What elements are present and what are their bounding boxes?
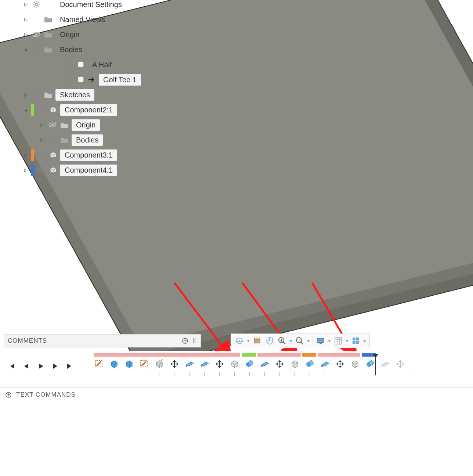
visibility-visible-icon[interactable] [47, 136, 58, 144]
tree-item-label[interactable]: Component3:1 [60, 149, 117, 161]
display-button[interactable] [315, 335, 326, 346]
visibility-visible-icon[interactable] [36, 106, 46, 113]
tree-item-label[interactable]: Bodies [55, 44, 87, 55]
expand-collapse-arrow[interactable]: ▷ [39, 122, 45, 128]
timeline-strip [362, 353, 376, 357]
folder-dim-icon [60, 121, 69, 129]
timeline-feature-plane[interactable] [259, 358, 270, 369]
tree-row[interactable]: ◢Bodies [20, 43, 174, 57]
tree-row[interactable]: ▷Sketches [20, 88, 174, 102]
tree-row[interactable]: ▷Bodies [20, 133, 174, 147]
timeline-feature-plane[interactable] [199, 358, 210, 369]
timeline-feature-component[interactable] [289, 358, 300, 369]
tree-row[interactable]: A Half [20, 58, 174, 72]
timeline-playhead[interactable] [375, 357, 376, 375]
visibility-visible-icon[interactable] [31, 91, 41, 98]
tree-row[interactable]: ▷Origin [20, 28, 174, 42]
timeline-feature-move-dim[interactable] [395, 358, 406, 369]
expand-collapse-arrow[interactable]: ▷ [22, 31, 29, 38]
timeline-feature-move[interactable] [169, 358, 180, 369]
tree-item-label[interactable]: Origin [55, 29, 84, 40]
svg-point-40 [296, 338, 302, 343]
playback-step-fwd-button[interactable] [51, 361, 60, 371]
look-at-button[interactable] [252, 335, 263, 346]
tree-item-label[interactable]: Bodies [72, 134, 103, 146]
tree-row[interactable]: ▷Document Settings [20, 0, 174, 11]
tree-item-label[interactable]: Golf Tee 1 [99, 74, 141, 86]
expand-collapse-arrow[interactable]: ◢ [22, 106, 29, 113]
tree-item-label[interactable]: A Half [88, 59, 116, 71]
tree-item-label[interactable]: Origin [72, 119, 100, 131]
expand-collapse-arrow[interactable]: ▷ [22, 16, 29, 23]
text-commands-bar[interactable]: TEXT COMMANDS [0, 387, 473, 402]
svg-point-18 [40, 109, 42, 111]
add-comment-button[interactable] [181, 337, 189, 345]
timeline-feature-plane[interactable] [319, 358, 331, 369]
fit-button[interactable] [294, 335, 305, 346]
dropdown-arrow-icon[interactable]: ▼ [363, 339, 367, 343]
expand-collapse-arrow[interactable]: ◢ [22, 46, 29, 53]
svg-rect-51 [353, 341, 355, 344]
tree-row[interactable]: Golf Tee 1 [20, 73, 174, 87]
visibility-hidden-icon[interactable] [31, 31, 41, 38]
visibility-visible-icon[interactable] [36, 151, 46, 159]
tree-row[interactable]: ▷Component3:1 [20, 148, 174, 162]
playback-play-button[interactable] [36, 361, 46, 371]
comments-panel-header[interactable]: COMMENTS [4, 334, 201, 347]
timeline-feature-move[interactable] [274, 358, 285, 369]
timeline-feature-component[interactable] [229, 358, 240, 369]
timeline-strip [302, 353, 316, 357]
tree-item-label[interactable]: Document Settings [55, 0, 126, 10]
grid-button[interactable] [333, 335, 344, 346]
timeline-feature-component[interactable] [350, 358, 361, 369]
collapse-comments-icon[interactable] [192, 338, 197, 344]
pan-button[interactable] [264, 335, 275, 346]
visibility-visible-icon[interactable] [36, 166, 46, 174]
timeline-feature-copy-blue[interactable] [304, 358, 315, 369]
timeline-feature-copy-blue[interactable] [244, 358, 255, 369]
viewports-button[interactable] [350, 335, 361, 346]
playback-step-back-button[interactable] [21, 361, 31, 371]
svg-rect-49 [353, 338, 355, 340]
dropdown-arrow-icon[interactable]: ▼ [328, 339, 331, 343]
timeline-feature-plane-dim[interactable] [380, 358, 391, 369]
timeline-strip [242, 353, 256, 357]
dropdown-arrow-icon[interactable]: ▼ [307, 339, 310, 343]
tree-row[interactable]: ▷Origin [20, 118, 174, 132]
dropdown-arrow-icon[interactable]: ▼ [289, 339, 293, 343]
tree-item-label[interactable]: Component4:1 [60, 165, 117, 176]
playback-skip-fwd-button[interactable] [65, 361, 75, 371]
zoom-button[interactable] [277, 335, 288, 346]
visibility-visible-icon[interactable] [31, 46, 41, 53]
timeline-feature-extrude-blue[interactable] [124, 358, 135, 369]
timeline-feature-plane[interactable] [184, 358, 195, 369]
playback-skip-back-button[interactable] [7, 361, 16, 371]
timeline-feature-sketch[interactable] [139, 358, 150, 369]
timeline-feature-extrude-gray[interactable] [154, 358, 165, 369]
tree-item-label[interactable]: Component2:1 [60, 104, 117, 116]
dropdown-arrow-icon[interactable]: ▼ [345, 339, 349, 343]
expand-collapse-arrow[interactable]: ▷ [22, 152, 29, 158]
dropdown-arrow-icon[interactable]: ▼ [246, 339, 250, 343]
expand-collapse-arrow[interactable]: ▷ [22, 167, 29, 173]
timeline-feature-extrude-blue[interactable] [109, 358, 120, 369]
timeline-feature-sketch[interactable] [94, 358, 105, 369]
timeline-feature-copy-blue[interactable] [365, 358, 376, 369]
visibility-visible-icon[interactable] [64, 61, 74, 68]
tree-row[interactable]: ▷Named Views [20, 12, 174, 26]
expand-collapse-arrow[interactable]: ▷ [22, 91, 29, 98]
visibility-placeholder[interactable] [31, 1, 41, 8]
visibility-hidden-icon[interactable] [47, 121, 58, 129]
svg-line-37 [283, 342, 285, 344]
orbit-button[interactable] [234, 335, 245, 346]
timeline-feature-move[interactable] [335, 358, 346, 369]
tree-row[interactable]: ▷Component4:1 [20, 163, 174, 177]
timeline-feature-move[interactable] [214, 358, 225, 369]
tree-item-label[interactable]: Named Views [55, 14, 109, 25]
expand-collapse-arrow[interactable]: ▷ [39, 137, 45, 143]
tree-item-label[interactable]: Sketches [55, 89, 94, 101]
visibility-visible-icon[interactable] [64, 76, 74, 83]
expand-collapse-arrow[interactable]: ▷ [22, 1, 29, 8]
expand-text-commands-icon[interactable] [5, 392, 12, 398]
tree-row[interactable]: ◢Component2:1 [20, 103, 174, 117]
